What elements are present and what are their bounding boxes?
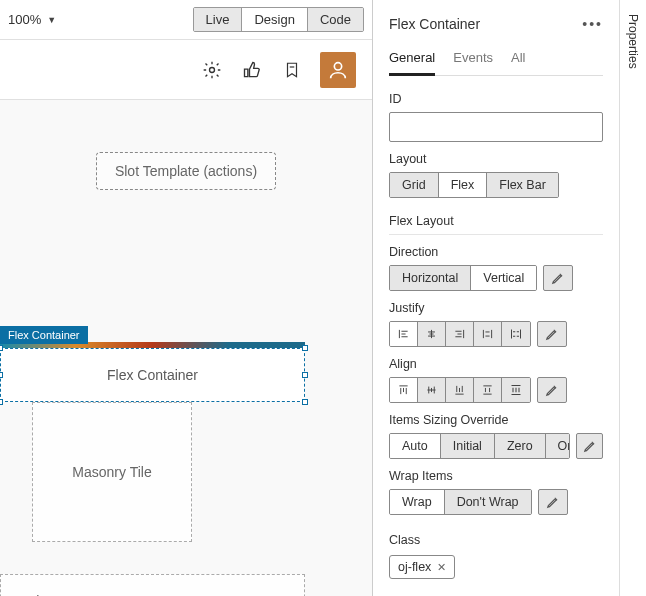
justify-end-button[interactable]	[446, 322, 474, 346]
canvas[interactable]: Slot Template (actions) Flex Container F…	[0, 100, 372, 190]
masonry-tile[interactable]: Masonry Tile	[32, 402, 192, 542]
gear-icon[interactable]	[200, 58, 224, 82]
id-input[interactable]	[389, 112, 603, 142]
view-mode-toggle: Live Design Code	[193, 7, 364, 32]
panel-tabs: General Events All	[389, 46, 603, 76]
justify-toggle	[389, 321, 531, 347]
tab-general[interactable]: General	[389, 46, 435, 76]
sizing-edit-button[interactable]	[576, 433, 603, 459]
sizing-initial-button[interactable]: Initial	[441, 434, 495, 458]
resize-handle-tl[interactable]	[0, 345, 3, 351]
sizing-one-button[interactable]: One	[546, 434, 571, 458]
layout-grid-button[interactable]: Grid	[390, 173, 439, 197]
direction-label: Direction	[389, 245, 603, 259]
properties-panel: Flex Container ••• General Events All ID…	[373, 0, 619, 596]
sizing-label: Items Sizing Override	[389, 413, 603, 427]
align-baseline-button[interactable]	[502, 378, 530, 402]
justify-between-button[interactable]	[474, 322, 502, 346]
tab-events[interactable]: Events	[453, 46, 493, 75]
wrap-dont-button[interactable]: Don't Wrap	[445, 490, 531, 514]
layout-flex-button[interactable]: Flex	[439, 173, 488, 197]
direction-edit-button[interactable]	[543, 265, 573, 291]
align-stretch-button[interactable]	[474, 378, 502, 402]
masonry-tile-label: Masonry Tile	[72, 464, 151, 480]
lower-container[interactable]: ontainer	[0, 574, 305, 596]
justify-start-button[interactable]	[390, 322, 418, 346]
layout-label: Layout	[389, 152, 603, 166]
avatar-button[interactable]	[320, 52, 356, 88]
top-toolbar: 100% ▼ Live Design Code	[0, 0, 372, 40]
sizing-auto-button[interactable]: Auto	[390, 434, 441, 458]
mode-live-button[interactable]: Live	[194, 8, 243, 31]
align-label: Align	[389, 357, 603, 371]
wrap-wrap-button[interactable]: Wrap	[390, 490, 445, 514]
direction-toggle: Horizontal Vertical	[389, 265, 537, 291]
canvas-icon-toolbar	[0, 40, 372, 100]
flex-container-selected[interactable]: Flex Container	[0, 348, 305, 402]
zoom-value: 100%	[8, 12, 41, 27]
justify-center-button[interactable]	[418, 322, 446, 346]
resize-handle-bl[interactable]	[0, 399, 3, 405]
justify-label: Justify	[389, 301, 603, 315]
design-canvas-area: 100% ▼ Live Design Code	[0, 0, 373, 596]
resize-handle-right[interactable]	[302, 372, 308, 378]
align-start-button[interactable]	[390, 378, 418, 402]
wrap-label: Wrap Items	[389, 469, 603, 483]
more-menu-icon[interactable]: •••	[582, 16, 603, 32]
selection-tag[interactable]: Flex Container	[0, 326, 88, 344]
bookmark-icon[interactable]	[280, 58, 304, 82]
justify-around-button[interactable]	[502, 322, 530, 346]
justify-edit-button[interactable]	[537, 321, 567, 347]
align-toggle	[389, 377, 531, 403]
resize-handle-br[interactable]	[302, 399, 308, 405]
resize-handle-left[interactable]	[0, 372, 3, 378]
thumbs-up-icon[interactable]	[240, 58, 264, 82]
mode-design-button[interactable]: Design	[242, 8, 307, 31]
tab-all[interactable]: All	[511, 46, 525, 75]
wrap-edit-button[interactable]	[538, 489, 568, 515]
close-icon[interactable]: ✕	[437, 561, 446, 574]
slot-template-actions[interactable]: Slot Template (actions)	[96, 152, 276, 190]
layout-toggle: Grid Flex Flex Bar	[389, 172, 559, 198]
flex-container-label: Flex Container	[107, 367, 198, 383]
class-label: Class	[389, 533, 603, 547]
class-chip[interactable]: oj-flex ✕	[389, 555, 455, 579]
align-end-button[interactable]	[446, 378, 474, 402]
side-tab-properties[interactable]: Properties	[619, 0, 646, 596]
direction-vertical-button[interactable]: Vertical	[471, 266, 536, 290]
flex-layout-heading: Flex Layout	[389, 214, 603, 235]
align-edit-button[interactable]	[537, 377, 567, 403]
id-label: ID	[389, 92, 603, 106]
align-center-button[interactable]	[418, 378, 446, 402]
chevron-down-icon: ▼	[47, 15, 56, 25]
side-tab-label: Properties	[626, 14, 640, 69]
svg-point-1	[334, 62, 341, 69]
sizing-zero-button[interactable]: Zero	[495, 434, 546, 458]
panel-title: Flex Container	[389, 16, 582, 32]
class-chip-label: oj-flex	[398, 560, 431, 574]
layout-flexbar-button[interactable]: Flex Bar	[487, 173, 558, 197]
zoom-dropdown[interactable]: 100% ▼	[8, 12, 56, 27]
mode-code-button[interactable]: Code	[308, 8, 363, 31]
svg-point-0	[210, 67, 215, 72]
resize-handle-tr[interactable]	[302, 345, 308, 351]
wrap-toggle: Wrap Don't Wrap	[389, 489, 532, 515]
direction-horizontal-button[interactable]: Horizontal	[390, 266, 471, 290]
sizing-toggle: Auto Initial Zero One	[389, 433, 570, 459]
